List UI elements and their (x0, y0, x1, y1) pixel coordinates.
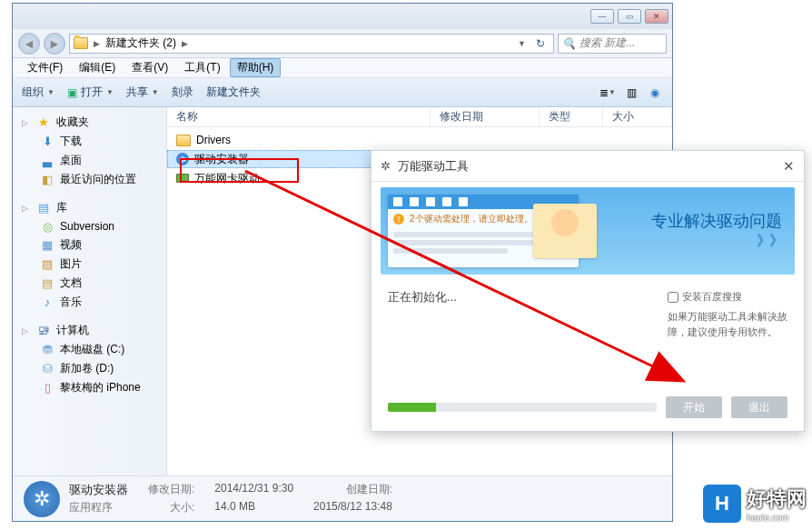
folder-icon (176, 135, 191, 146)
details-create-value: 2015/8/12 13:48 (313, 500, 392, 515)
logo-icon: H (703, 485, 741, 523)
menu-view[interactable]: 查看(V) (124, 58, 175, 77)
gear-icon: ✲ (176, 153, 189, 165)
details-mod-label: 修改日期: (148, 482, 194, 498)
col-type[interactable]: 类型 (540, 107, 603, 126)
drive-icon: ⛃ (40, 343, 54, 357)
dialog-banner: !2个驱动需处理，请立即处理。 专业解决驱动问题 》》 (381, 187, 795, 275)
sidebar-item-music[interactable]: ♪音乐 (13, 293, 166, 312)
svn-icon: ◎ (40, 219, 54, 234)
checkbox-input[interactable] (668, 292, 678, 303)
col-name[interactable]: 名称 (167, 107, 431, 126)
desktop-icon: ▃ (40, 154, 54, 168)
list-item[interactable]: Drivers (167, 131, 431, 149)
breadcrumb-sep2: ▶ (182, 39, 188, 48)
computer-icon: 🖳 (36, 324, 51, 338)
sidebar-item-drive-c[interactable]: ⛃本地磁盘 (C:) (13, 340, 166, 359)
details-pane: ✲ 驱动安装器 修改日期: 2014/12/31 9:30 创建日期: 应用程序… (13, 475, 672, 521)
burn-button[interactable]: 刻录 (172, 85, 193, 100)
dialog-title: 万能驱动工具 (398, 158, 469, 175)
install-baidu-checkbox[interactable]: 安装百度搜搜 (668, 289, 787, 305)
sidebar-libraries[interactable]: ▷▤库 (13, 198, 166, 217)
document-icon: ▤ (40, 276, 54, 291)
logo-subtext: haote.com (747, 513, 807, 523)
sidebar-computer[interactable]: ▷🖳计算机 (13, 321, 166, 340)
newfolder-button[interactable]: 新建文件夹 (206, 85, 261, 100)
forward-button[interactable]: ► (44, 33, 65, 55)
organize-button[interactable]: 组织 ▼ (22, 85, 54, 100)
details-size-label: 大小: (148, 500, 194, 515)
address-row: ◄ ► ▶ 新建文件夹 (2) ▶ ▼ ↻ 🔍 搜索 新建... (13, 29, 672, 58)
start-button[interactable]: 开始 (666, 396, 722, 418)
titlebar: — ▭ ✕ (13, 4, 672, 29)
details-apptype: 应用程序 (69, 500, 128, 515)
sidebar-item-subversion[interactable]: ◎Subversion (13, 217, 166, 235)
details-mod-value: 2014/12/31 9:30 (214, 482, 293, 498)
sidebar-item-recent[interactable]: ◧最近访问的位置 (13, 170, 166, 189)
close-button[interactable]: ✕ (645, 9, 668, 24)
video-icon: ▦ (40, 238, 54, 253)
toolbar: 组织 ▼ ▣打开 ▼ 共享 ▼ 刻录 新建文件夹 ≣ ▼ ▥ ◉ (13, 78, 672, 107)
folder-icon (74, 37, 88, 49)
sidebar-item-downloads[interactable]: ⬇下载 (13, 132, 166, 151)
address-bar[interactable]: ▶ 新建文件夹 (2) ▶ ▼ ↻ (69, 34, 554, 54)
dialog-footer: 开始 退出 (371, 396, 804, 418)
gear-icon: ✲ (381, 159, 391, 173)
library-icon: ▤ (36, 201, 51, 215)
share-button[interactable]: 共享 ▼ (126, 85, 159, 100)
music-icon: ♪ (40, 295, 54, 310)
driver-tool-dialog: ✲ 万能驱动工具 ✕ !2个驱动需处理，请立即处理。 专业解决驱动问题 》》 正… (371, 150, 805, 432)
star-icon: ★ (36, 115, 51, 130)
details-size-value: 14.0 MB (214, 500, 293, 515)
banner-cartoon (533, 204, 597, 258)
sidebar-item-documents[interactable]: ▤文档 (13, 274, 166, 293)
search-placeholder: 搜索 新建... (579, 35, 635, 51)
sidebar-item-videos[interactable]: ▦视频 (13, 235, 166, 255)
back-button[interactable]: ◄ (18, 33, 40, 55)
details-create-label: 创建日期: (313, 482, 392, 498)
col-date[interactable]: 修改日期 (431, 107, 540, 126)
banner-arrows: 》》 (651, 232, 782, 251)
menu-file[interactable]: 文件(F) (20, 58, 70, 77)
details-title: 驱动安装器 (69, 482, 128, 498)
open-button[interactable]: ▣打开 ▼ (67, 85, 114, 100)
sidebar-item-pictures[interactable]: ▨图片 (13, 255, 166, 274)
minimize-button[interactable]: — (590, 9, 614, 24)
logo-text: 好特网 (747, 487, 807, 510)
drive-icon: ⛁ (40, 362, 54, 376)
view-mode-button[interactable]: ≣ ▼ (599, 85, 616, 100)
exit-button[interactable]: 退出 (731, 396, 787, 418)
dialog-titlebar: ✲ 万能驱动工具 ✕ (371, 151, 804, 182)
picture-icon: ▨ (40, 257, 54, 272)
menubar: 文件(F) 编辑(E) 查看(V) 工具(T) 帮助(H) (13, 58, 672, 78)
card-icon (176, 174, 189, 183)
dialog-close-button[interactable]: ✕ (783, 158, 795, 175)
progress-fill (388, 403, 436, 412)
column-headers: 名称 修改日期 类型 大小 (167, 107, 672, 127)
sidebar-item-desktop[interactable]: ▃桌面 (13, 151, 166, 170)
addr-dropdown-icon[interactable]: ▼ (518, 39, 526, 48)
col-size[interactable]: 大小 (603, 107, 672, 126)
sidebar-item-drive-d[interactable]: ⛁新加卷 (D:) (13, 359, 166, 378)
banner-slogan: 专业解决驱动问题 (651, 211, 782, 232)
sidebar-item-iphone[interactable]: ▯黎枝梅的 iPhone (13, 378, 166, 397)
breadcrumb[interactable]: 新建文件夹 (2) (105, 35, 176, 51)
progress-bar (388, 403, 657, 412)
dialog-hint: 如果万能驱动工具未解决故障，建议使用专用软件。 (668, 309, 787, 341)
app-gear-icon: ✲ (24, 481, 60, 517)
sidebar-favorites[interactable]: ▷★收藏夹 (13, 113, 166, 132)
download-icon: ⬇ (40, 135, 54, 149)
maximize-button[interactable]: ▭ (618, 9, 641, 24)
refresh-button[interactable]: ↻ (531, 37, 550, 50)
dialog-body: 正在初始化... 安装百度搜搜 如果万能驱动工具未解决故障，建议使用专用软件。 (371, 275, 804, 367)
preview-pane-button[interactable]: ▥ (623, 85, 639, 100)
menu-help[interactable]: 帮助(H) (230, 58, 282, 77)
menu-edit[interactable]: 编辑(E) (72, 58, 123, 77)
recent-icon: ◧ (40, 173, 54, 187)
search-input[interactable]: 🔍 搜索 新建... (558, 34, 667, 54)
dialog-status: 正在初始化... (388, 289, 651, 305)
menu-tools[interactable]: 工具(T) (177, 58, 227, 77)
breadcrumb-sep: ▶ (94, 39, 100, 48)
search-icon: 🔍 (562, 37, 576, 50)
help-icon[interactable]: ◉ (647, 85, 663, 100)
